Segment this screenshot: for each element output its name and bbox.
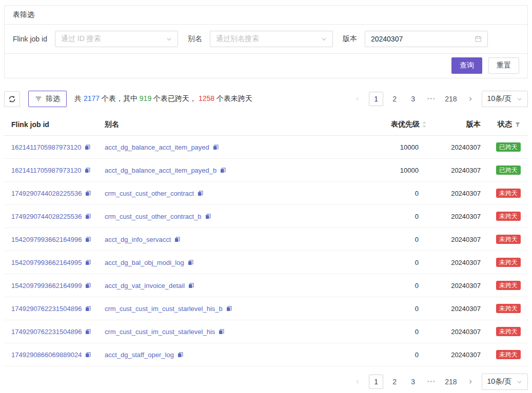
table-row: 1749290744028225536 crm_cust_cust_other_… bbox=[4, 205, 528, 228]
priority-cell: 0 bbox=[350, 213, 427, 220]
alias-link[interactable]: acct_dg_balance_acct_item_payed bbox=[105, 143, 209, 151]
alias-link[interactable]: acct_dg_vat_invoice_detail bbox=[105, 282, 185, 289]
priority-cell: 10000 bbox=[350, 143, 427, 151]
status-badge: 未跨天 bbox=[496, 189, 521, 198]
copy-icon[interactable] bbox=[174, 236, 181, 243]
table-header: Flink job id 别名 表优先级 版本 状态 bbox=[4, 113, 528, 136]
alias-link[interactable]: crm_cust_cust_other_contract bbox=[105, 190, 194, 197]
next-page-button[interactable] bbox=[463, 92, 478, 106]
refresh-icon bbox=[8, 95, 16, 103]
page-button-2[interactable]: 2 bbox=[387, 92, 402, 106]
filter-toggle-button[interactable]: 筛选 bbox=[28, 91, 67, 107]
alias-link[interactable]: crm_cust_cust_im_cust_starlevel_his bbox=[105, 328, 215, 336]
copy-icon[interactable] bbox=[187, 259, 194, 266]
version-cell: 20240307 bbox=[427, 351, 481, 359]
page-button-3[interactable]: 3 bbox=[406, 92, 420, 106]
copy-icon[interactable] bbox=[218, 328, 225, 335]
priority-cell: 0 bbox=[350, 190, 427, 197]
summary-text: 共 2177 个表，其中 919 个表已跨天， 1258 个表未跨天 bbox=[74, 94, 252, 104]
flink-job-id-select[interactable]: 通过 ID 搜索 bbox=[55, 31, 178, 47]
priority-cell: 0 bbox=[350, 351, 427, 359]
page-button-last[interactable]: 218 bbox=[443, 375, 459, 389]
prev-page-button[interactable] bbox=[350, 375, 365, 389]
version-cell: 20240307 bbox=[427, 213, 481, 220]
job-id-link[interactable]: 1749290762231504896 bbox=[11, 328, 82, 336]
pagination-bottom-wrap: 1 2 3 ••• 218 10条/页 bbox=[4, 374, 528, 390]
chevron-left-icon bbox=[355, 96, 360, 101]
copy-icon[interactable] bbox=[85, 213, 91, 220]
page-size-select[interactable]: 10条/页 bbox=[482, 374, 528, 390]
job-id-link[interactable]: 1542097993662164996 bbox=[11, 236, 82, 243]
alias-link[interactable]: acct_dg_staff_oper_log bbox=[105, 351, 174, 359]
copy-icon[interactable] bbox=[177, 351, 184, 358]
page-size-value: 10条/页 bbox=[487, 94, 511, 104]
page-ellipsis[interactable]: ••• bbox=[424, 92, 439, 106]
job-id-link[interactable]: 1621411705987973120 bbox=[11, 143, 81, 151]
alias-link[interactable]: crm_cust_cust_im_cust_starlevel_his_b bbox=[105, 305, 223, 313]
copy-icon[interactable] bbox=[85, 282, 91, 289]
filter-item-alias: 别名 通过别名搜索 bbox=[188, 31, 333, 47]
alias-link[interactable]: crm_cust_cust_other_contract_b bbox=[105, 213, 202, 220]
job-id-link[interactable]: 1542097993662164999 bbox=[11, 282, 82, 289]
copy-icon[interactable] bbox=[85, 259, 91, 266]
prev-page-button[interactable] bbox=[350, 92, 365, 106]
table-row: 1749290762231504896 crm_cust_cust_im_cus… bbox=[4, 320, 528, 343]
refresh-button[interactable] bbox=[4, 91, 20, 107]
summary-mid2: 个表已跨天， bbox=[151, 94, 199, 102]
job-id-link[interactable]: 1621411705987973120 bbox=[11, 167, 81, 174]
copy-icon[interactable] bbox=[220, 167, 226, 174]
job-id-link[interactable]: 1749290744028225536 bbox=[11, 213, 82, 220]
summary-prefix: 共 bbox=[74, 94, 84, 102]
priority-cell: 0 bbox=[350, 328, 427, 336]
summary-not-crossed-count: 1258 bbox=[199, 94, 214, 102]
copy-icon[interactable] bbox=[85, 305, 91, 312]
next-page-button[interactable] bbox=[463, 375, 478, 389]
version-cell: 20240307 bbox=[427, 190, 481, 197]
filter-funnel-icon[interactable] bbox=[515, 121, 521, 128]
page-button-last[interactable]: 218 bbox=[443, 92, 459, 106]
alias-link[interactable]: acct_dg_info_servacct bbox=[105, 236, 171, 243]
copy-icon[interactable] bbox=[84, 167, 91, 174]
chevron-left-icon bbox=[355, 379, 360, 384]
alias-link[interactable]: acct_dg_balance_acct_item_payed_b bbox=[105, 167, 216, 174]
copy-icon[interactable] bbox=[85, 351, 91, 358]
pagination-top: 1 2 3 ••• 218 10条/页 bbox=[350, 91, 528, 107]
job-id-link[interactable]: 1542097993662164995 bbox=[11, 259, 82, 266]
page-button-1[interactable]: 1 bbox=[369, 375, 383, 389]
alias-link[interactable]: acct_dg_bal_obj_modi_log bbox=[105, 259, 184, 266]
column-header-version: 版本 bbox=[427, 120, 481, 129]
copy-icon[interactable] bbox=[205, 213, 211, 220]
table-row: 1749290762231504896 crm_cust_cust_im_cus… bbox=[4, 297, 528, 320]
copy-icon[interactable] bbox=[84, 144, 91, 151]
copy-icon[interactable] bbox=[85, 236, 91, 243]
job-id-link[interactable]: 1749290866069889024 bbox=[11, 351, 82, 359]
page-size-select[interactable]: 10条/页 bbox=[482, 91, 528, 107]
copy-icon[interactable] bbox=[226, 305, 232, 312]
copy-icon[interactable] bbox=[85, 190, 91, 197]
version-date-input[interactable]: 20240307 bbox=[365, 31, 488, 47]
table-row: 1621411705987973120 acct_dg_balance_acct… bbox=[4, 159, 528, 182]
job-id-link[interactable]: 1749290762231504896 bbox=[11, 305, 82, 313]
filter-row: Flink job id 通过 ID 搜索 别名 通过别名搜索 版本 20240… bbox=[5, 25, 527, 54]
copy-icon[interactable] bbox=[212, 144, 219, 151]
page-button-1[interactable]: 1 bbox=[369, 92, 383, 106]
alias-label: 别名 bbox=[188, 34, 202, 44]
query-button[interactable]: 查询 bbox=[451, 57, 482, 74]
alias-select[interactable]: 通过别名搜索 bbox=[210, 31, 333, 47]
summary-suffix: 个表未跨天 bbox=[214, 94, 252, 102]
copy-icon[interactable] bbox=[85, 328, 91, 335]
version-cell: 20240307 bbox=[427, 143, 481, 151]
summary-crossed-count: 919 bbox=[140, 94, 151, 102]
page-button-2[interactable]: 2 bbox=[387, 375, 402, 389]
copy-icon[interactable] bbox=[188, 282, 194, 289]
column-header-priority[interactable]: 表优先级 bbox=[350, 120, 427, 129]
page-button-3[interactable]: 3 bbox=[406, 375, 420, 389]
column-header-alias: 别名 bbox=[105, 120, 350, 129]
reset-button[interactable]: 重置 bbox=[488, 57, 519, 74]
copy-icon[interactable] bbox=[197, 190, 204, 197]
column-header-status-label: 状态 bbox=[498, 120, 512, 129]
job-id-link[interactable]: 1749290744028225536 bbox=[11, 190, 82, 197]
page-ellipsis[interactable]: ••• bbox=[424, 375, 439, 389]
results-table: Flink job id 别名 表优先级 版本 状态 1621411705987… bbox=[4, 113, 528, 366]
chevron-down-icon bbox=[517, 96, 522, 102]
